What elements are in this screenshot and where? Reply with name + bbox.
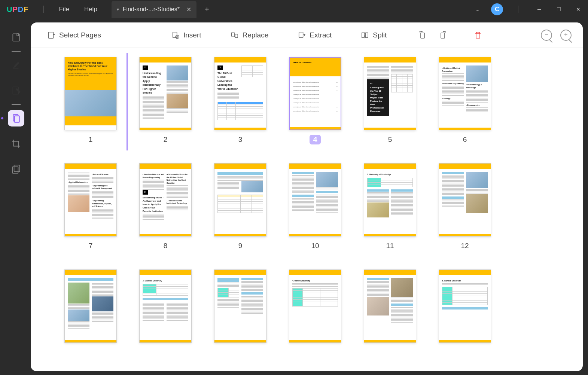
page-thumbnail-cell: Find and Apply For the Best Institutes I… [64,57,117,144]
page-thumbnail[interactable]: 5. Harvard University [439,269,491,343]
menu-help[interactable]: Help [77,3,105,16]
user-avatar[interactable]: C [491,3,503,15]
svg-rect-12 [235,34,237,37]
page-thumbnail[interactable]: • Health and Medical Preparation• Petrol… [439,57,491,130]
new-tab-button[interactable]: + [205,5,209,14]
page-thumbnail[interactable] [364,269,416,343]
rotate-right-button[interactable] [435,28,451,43]
page-thumbnail-cell [364,269,416,343]
replace-button[interactable]: Replace [225,28,274,42]
window-minimize[interactable]: ─ [533,3,545,15]
page-thumbnail-cell [64,269,117,343]
zoom-out-button[interactable]: − [541,30,552,41]
close-icon[interactable]: ✕ [186,6,191,13]
page-thumbnail-cell: 02The 10 Best Global Universities Leadin… [214,57,266,144]
extract-icon [298,31,306,39]
page-thumbnail[interactable] [289,163,341,237]
window-maximize[interactable]: ☐ [553,3,565,15]
svg-rect-17 [441,33,445,38]
page-thumbnail[interactable] [439,163,491,237]
page-thumbnail-cell: 10 [289,163,341,251]
page-number: 7 [85,241,97,251]
insertion-marker [127,53,128,150]
content-panel: Select Pages Insert Replace [31,22,583,371]
page-number: 3 [235,135,246,144]
svg-rect-8 [49,32,54,38]
page-number: 4 [310,135,321,144]
page-number: 10 [307,241,323,251]
sidebar-edit[interactable] [8,82,24,99]
page-thumbnail[interactable] [214,269,266,343]
insert-icon [171,31,180,39]
page-thumbnail[interactable]: Find and Apply For the Best Institutes I… [64,57,117,130]
extract-label: Extract [310,31,332,39]
page-thumbnail[interactable]: • Applied Mathematics• Actuarial Science… [64,163,117,237]
delete-button[interactable] [470,28,486,43]
svg-rect-14 [362,33,364,37]
page-thumbnail[interactable] [64,269,117,343]
document-tab[interactable]: ▾ Find-and-...r-Studies* ✕ [112,1,196,18]
page-thumbnail[interactable]: 4. Oxford University [289,269,341,343]
page-thumbnail[interactable]: Table of ContentsLorem ipsum dolor sit a… [289,57,341,130]
page-thumbnail-cell: Table of ContentsLorem ipsum dolor sit a… [289,57,341,144]
sidebar-organize-pages[interactable] [8,110,24,126]
page-thumbnail[interactable]: 03Looking Into the Top 10 Subject Majors… [364,57,416,130]
page-number: 11 [382,241,397,251]
split-label: Split [373,31,387,39]
page-thumbnail[interactable]: 3. Stanford University [139,269,192,343]
svg-rect-11 [231,33,234,36]
titlebar: UPDF File Help ▾ Find-and-...r-Studies* … [0,0,588,19]
select-pages-label: Select Pages [59,31,101,39]
chevron-down-icon[interactable]: ⌄ [472,3,484,15]
page-thumbnail[interactable] [214,163,266,237]
page-number: 12 [457,241,472,251]
page-thumbnail-cell: 01Understanding the Need to Apply Intern… [139,57,192,144]
zoom-in-button[interactable]: + [560,30,572,41]
app-logo: UPDF [7,5,28,14]
svg-rect-5 [15,116,19,122]
select-pages-button[interactable]: Select Pages [42,28,106,42]
page-thumbnail[interactable]: 02The 10 Best Global Universities Leadin… [214,57,266,130]
svg-rect-2 [13,68,18,69]
svg-rect-7 [14,165,20,171]
thumbnails-area[interactable]: Find and Apply For the Best Institutes I… [31,48,583,371]
menu-file[interactable]: File [51,3,76,16]
split-button[interactable]: Split [356,28,392,42]
svg-rect-15 [366,33,368,37]
rotate-left-button[interactable] [414,28,431,43]
sidebar-batch[interactable] [8,161,24,177]
page-number: 9 [235,241,246,251]
page-thumbnail-cell: 4. Oxford University [289,269,341,343]
tab-title: Find-and-...r-Studies* [123,6,180,13]
left-sidebar [1,22,31,371]
page-thumbnail-cell: • Health and Medical Preparation• Petrol… [439,57,491,144]
sidebar-crop[interactable] [8,135,24,152]
active-indicator [1,117,3,119]
extract-button[interactable]: Extract [292,28,337,42]
sidebar-comment[interactable] [8,57,24,73]
page-thumbnail-cell [214,269,266,343]
page-thumbnail[interactable]: 01Understanding the Need to Apply Intern… [139,57,192,130]
page-thumbnail-cell: 03Looking Into the Top 10 Subject Majors… [364,57,416,144]
page-thumbnail-cell: 9 [214,163,266,251]
split-icon [361,31,369,39]
sidebar-reader[interactable] [8,29,24,46]
divider [12,51,21,52]
page-number: 2 [160,135,171,144]
main-area: Select Pages Insert Replace [0,19,588,375]
svg-rect-1 [17,34,18,36]
svg-rect-6 [12,167,18,173]
select-icon [47,31,55,39]
page-thumbnail-cell: 12 [439,163,491,251]
insert-label: Insert [183,31,201,39]
insert-button[interactable]: Insert [166,28,207,42]
window-close[interactable]: ✕ [572,3,584,15]
page-thumbnail[interactable]: • Naval Architecture and Marine Engineer… [139,163,192,237]
svg-rect-13 [299,32,303,37]
page-thumbnail[interactable]: 2. University of Cambridge [364,163,416,237]
page-number: 5 [384,135,396,144]
page-thumbnail-cell: 5. Harvard University [439,269,491,343]
chevron-down-icon[interactable]: ▾ [117,7,119,12]
separator [43,6,44,13]
page-number: 8 [160,241,171,251]
